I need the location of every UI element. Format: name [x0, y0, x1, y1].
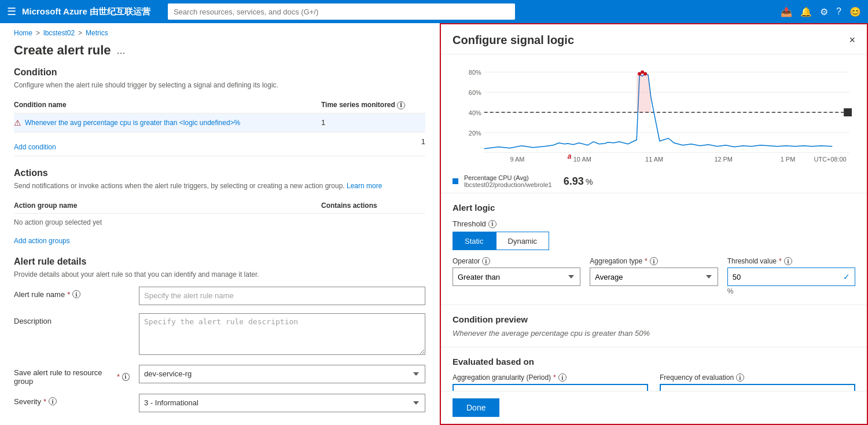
help-icon[interactable]: ?	[836, 6, 841, 17]
svg-point-18	[638, 72, 641, 75]
topbar-icons: 📤 🔔 ⚙ ? 😊	[781, 6, 861, 17]
agg-granularity-label: Aggregation granularity (Period)	[453, 373, 551, 382]
aggregation-info-icon[interactable]: ℹ	[650, 257, 658, 265]
chart-legend: Percentage CPU (Avg) lbcstest02/producti…	[453, 174, 855, 188]
aggregation-label: Aggregation type	[590, 257, 642, 265]
col-condition-name: Condition name	[14, 101, 321, 109]
notifications-icon[interactable]: 🔔	[800, 6, 812, 17]
page-title: Create alert rule	[14, 43, 111, 58]
topbar: ☰ Microsoft Azure 由世纪互联运营 📤 🔔 ⚙ ? 😊	[0, 0, 868, 23]
learn-more-link[interactable]: Learn more	[347, 182, 382, 190]
breadcrumb-metrics[interactable]: Metrics	[86, 29, 108, 37]
threshold-value-field: Threshold value * ℹ 50 ✓ % b	[727, 257, 855, 295]
resource-group-select[interactable]: dev-service-rg	[139, 365, 425, 383]
evaluated-title: Evaluated based on	[453, 357, 855, 367]
no-action-text: No action group selected yet	[14, 214, 425, 231]
agg-granularity-required: *	[553, 373, 556, 382]
aggregation-select[interactable]: Average	[590, 268, 718, 286]
threshold-info-icon[interactable]: ℹ	[488, 220, 496, 228]
legend-sub: lbcstest02/production/webrole1	[464, 181, 552, 188]
rule-name-input[interactable]	[139, 287, 425, 305]
static-threshold-button[interactable]: Static	[453, 232, 496, 250]
breadcrumb-home[interactable]: Home	[14, 29, 32, 37]
more-options-button[interactable]: ...	[117, 45, 126, 57]
resource-group-info-icon[interactable]: ℹ	[122, 373, 130, 381]
threshold-check-icon: ✓	[838, 272, 855, 281]
time-series-info-icon[interactable]: ℹ	[397, 101, 405, 109]
svg-rect-10	[844, 108, 852, 116]
add-condition-link[interactable]: Add condition	[14, 143, 56, 151]
condition-section: Condition Configure when the alert rule …	[0, 67, 439, 168]
col-contains: Contains actions	[321, 201, 425, 210]
aggregation-required: *	[645, 257, 648, 265]
operator-label: Operator	[453, 257, 480, 265]
threshold-value-input-wrapper: 50 ✓	[727, 268, 855, 286]
global-search-input[interactable]	[168, 3, 515, 20]
alert-logic-title: Alert logic	[453, 203, 855, 212]
threshold-value-info-icon[interactable]: ℹ	[784, 257, 792, 265]
threshold-value-input[interactable]: 50	[728, 268, 838, 285]
severity-label: Severity	[14, 397, 41, 406]
user-avatar-icon[interactable]: 😊	[849, 6, 861, 17]
breadcrumb-sep1: >	[36, 29, 40, 37]
rule-name-row: Alert rule name * ℹ	[14, 287, 425, 305]
condition-title: Condition	[14, 67, 425, 78]
dialog-header: Configure signal logic ×	[441, 24, 867, 54]
feedback-icon[interactable]: 📤	[781, 6, 792, 17]
breadcrumb-sep2: >	[78, 29, 82, 37]
agg-granularity-info-icon[interactable]: ℹ	[558, 373, 567, 382]
svg-text:a: a	[568, 152, 572, 160]
description-label: Description	[14, 317, 52, 325]
dialog-title: Configure signal logic	[453, 34, 574, 47]
threshold-label: Threshold	[453, 219, 486, 228]
configure-signal-dialog: Configure signal logic × 80% 60% 40% 20%	[440, 23, 868, 425]
settings-icon[interactable]: ⚙	[820, 6, 828, 17]
left-panel: Home > lbcstest02 > Metrics Create alert…	[0, 23, 440, 425]
hamburger-icon[interactable]: ☰	[7, 5, 16, 18]
alert-details-desc: Provide details about your alert rule so…	[14, 270, 425, 279]
preview-title: Condition preview	[453, 314, 855, 324]
alert-logic-fields: Operator ℹ Greater than Aggregation type…	[453, 257, 855, 295]
frequency-select[interactable]: Every 1 Minute	[660, 384, 855, 391]
aggregation-field: Aggregation type * ℹ Average	[590, 257, 718, 295]
rule-name-label: Alert rule name	[14, 290, 65, 299]
severity-info-icon[interactable]: ℹ	[49, 397, 57, 405]
aggregation-granularity-field: Aggregation granularity (Period) * ℹ 1 m…	[453, 373, 648, 391]
metric-unit: %	[586, 177, 593, 186]
metric-chart: 80% 60% 40% 20% 9 AM 10 AM	[453, 60, 855, 170]
page-header: Create alert rule ...	[0, 41, 439, 67]
description-row: Description	[14, 313, 425, 357]
dynamic-threshold-button[interactable]: Dynamic	[496, 232, 550, 250]
app-logo: Microsoft Azure 由世纪互联运营	[22, 6, 150, 17]
breadcrumb-lbcstest02[interactable]: lbcstest02	[43, 29, 75, 37]
done-button[interactable]: Done	[453, 398, 499, 417]
dialog-close-button[interactable]: ×	[849, 34, 855, 46]
svg-text:60%: 60%	[469, 89, 481, 96]
condition-table-header: Condition name Time series monitored ℹ	[14, 97, 425, 113]
actions-title: Actions	[14, 168, 425, 178]
condition-time-series-value: 1	[321, 118, 425, 127]
condition-text[interactable]: Whenever the avg percentage cpu is great…	[25, 119, 240, 127]
rule-name-info-icon[interactable]: ℹ	[72, 290, 80, 298]
description-input[interactable]	[139, 313, 425, 355]
frequency-info-icon[interactable]: ℹ	[736, 373, 744, 382]
dialog-footer: Done	[441, 391, 867, 424]
add-action-groups-link[interactable]: Add action groups	[14, 237, 70, 245]
frequency-label: Frequency of evaluation	[660, 373, 734, 382]
svg-text:80%: 80%	[469, 69, 481, 76]
legend-color-indicator	[453, 178, 458, 184]
operator-info-icon[interactable]: ℹ	[482, 257, 490, 265]
agg-granularity-select[interactable]: 1 minute	[453, 384, 648, 391]
condition-desc: Configure when the alert rule should tri…	[14, 81, 425, 89]
svg-text:9 AM: 9 AM	[510, 156, 524, 163]
legend-text: Percentage CPU (Avg)	[464, 174, 552, 181]
condition-row[interactable]: ⚠ Whenever the avg percentage cpu is gre…	[14, 113, 425, 133]
actions-table-header: Action group name Contains actions	[14, 198, 425, 214]
severity-select[interactable]: 3 - Informational	[139, 394, 425, 412]
preview-text: Whenever the average percentage cpu is g…	[453, 329, 855, 338]
operator-select[interactable]: Greater than	[453, 268, 580, 286]
severity-required: *	[43, 397, 46, 406]
metric-value: 6.93	[564, 175, 584, 187]
threshold-unit: %	[727, 287, 855, 295]
svg-text:40%: 40%	[469, 109, 481, 116]
